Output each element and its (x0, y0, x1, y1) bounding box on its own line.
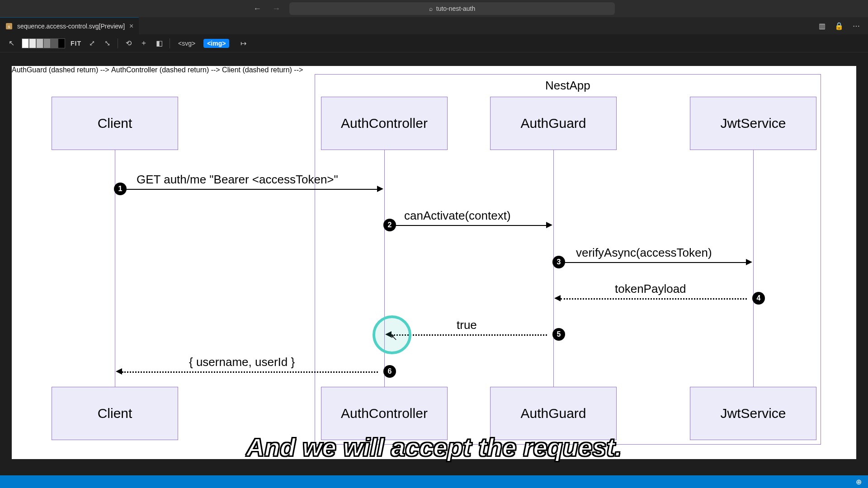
participant-authcontroller-top: AuthController (321, 97, 448, 150)
video-subtitle: And we will accept the request. (246, 432, 622, 462)
cursor-tool-icon[interactable]: ↖ (6, 39, 16, 47)
mouse-cursor-icon: ↖ (391, 333, 397, 343)
msg5-step: 5 (552, 328, 565, 341)
msg6-arrowhead (116, 368, 122, 375)
lock-icon[interactable]: 🔒 (835, 22, 844, 30)
msg2-label: canActivate(context) (404, 209, 511, 223)
app-root: ← → ⌕ tuto-nest-auth S sequence.access-c… (0, 0, 868, 488)
msg1-label: GET auth/me "Bearer <accessToken>" (137, 173, 338, 187)
preview-toolbar: ↖ FIT ⤢ ⤡ ⟲ ＋ ◧ <svg> <img> ↦ (0, 34, 868, 52)
titlebar: ← → ⌕ tuto-nest-auth (0, 0, 868, 17)
zoom-icon[interactable]: ⊕ (856, 478, 862, 486)
svg-text:S: S (8, 25, 10, 29)
participant-authguard-top: AuthGuard (490, 97, 617, 150)
zoom-out-icon[interactable]: ⤡ (102, 39, 112, 47)
msg6-arrow (122, 371, 378, 373)
lifeline-authguard (553, 150, 554, 387)
refresh-icon[interactable]: ⟲ (123, 39, 133, 47)
lifeline-jwtservice (753, 150, 754, 387)
zoom-in-icon[interactable]: ⤢ (87, 39, 97, 47)
svg-mode-button[interactable]: <svg> (175, 39, 198, 48)
msg2-arrow (392, 225, 547, 226)
participant-jwtservice-bottom: JwtService (690, 387, 816, 440)
participant-jwtservice-top: JwtService (690, 97, 816, 150)
msg1-arrow (122, 189, 378, 190)
separator (170, 38, 170, 48)
msg3-arrowhead (746, 259, 752, 265)
msg4-arrowhead (554, 295, 561, 301)
msg5-arrow (392, 334, 547, 336)
close-tab-icon[interactable]: × (129, 22, 133, 30)
msg2-arrowhead (546, 222, 552, 228)
nav-arrows: ← → (253, 4, 280, 14)
svg-file-icon: S (5, 23, 13, 30)
msg6-label: { username, userId } (189, 355, 295, 369)
panel-icon[interactable]: ◧ (154, 39, 164, 47)
msg1-step: 1 (114, 183, 127, 195)
more-icon[interactable]: ⋯ (853, 22, 860, 30)
msg4-label: tokenPayload (615, 282, 686, 296)
msg3-step: 3 (552, 256, 565, 268)
nav-forward-icon[interactable]: → (272, 4, 280, 14)
tab-row: S sequence.access-control.svg[Preview] ×… (0, 17, 868, 34)
msg3-label: verifyAsync(accessToken) (576, 246, 712, 260)
tab-row-actions: ▥ 🔒 ⋯ (819, 22, 868, 30)
msg1-arrowhead (377, 186, 383, 192)
canvas-wrap: NestApp Client AuthController AuthGuard … (0, 52, 868, 473)
search-value: tuto-nest-auth (436, 5, 475, 12)
export-icon[interactable]: ↦ (238, 39, 248, 47)
tab-title: sequence.access-control.svg[Preview] (17, 23, 125, 30)
msg2-step: 2 (383, 219, 396, 231)
fit-button[interactable]: FIT (71, 40, 81, 47)
separator (118, 38, 118, 48)
tab-active[interactable]: S sequence.access-control.svg[Preview] × (0, 17, 139, 34)
diagram-canvas: NestApp Client AuthController AuthGuard … (12, 66, 856, 459)
nav-back-icon[interactable]: ← (253, 4, 261, 14)
msg3-arrow (561, 262, 747, 263)
command-search[interactable]: ⌕ tuto-nest-auth (289, 2, 615, 15)
split-editor-icon[interactable]: ▥ (819, 22, 826, 30)
search-icon: ⌕ (429, 5, 433, 12)
participant-client-top: Client (52, 97, 178, 150)
participant-client-bottom: Client (52, 387, 178, 440)
add-icon[interactable]: ＋ (139, 38, 149, 48)
msg4-step: 4 (752, 292, 765, 305)
msg6-step: 6 (383, 365, 396, 378)
nestapp-label: NestApp (545, 79, 590, 93)
img-mode-button[interactable]: <img> (203, 39, 229, 48)
statusbar: ⊕ (0, 475, 868, 488)
msg4-arrow (561, 298, 747, 300)
msg5-label: true (457, 318, 477, 332)
bg-swatches[interactable] (22, 38, 65, 48)
